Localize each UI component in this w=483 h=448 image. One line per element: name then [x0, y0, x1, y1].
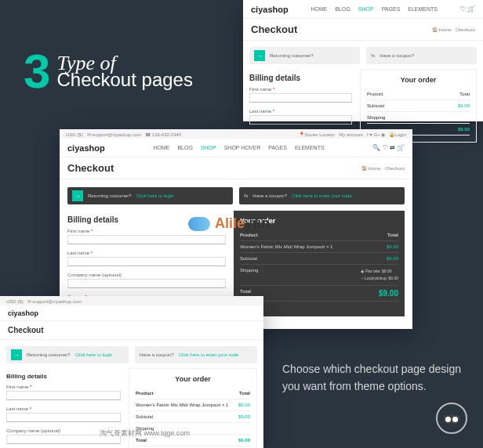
first-name-input[interactable] [249, 93, 352, 103]
first-name-input[interactable] [6, 391, 121, 400]
source-badge: 淘气哥素材网 www.tqge.com [100, 428, 190, 439]
page-title: Checkout [251, 23, 297, 35]
header-icons: ♡ 🛒 [460, 5, 475, 13]
checkout-mockup-3: USD ($) ✉ support@ciyashop.com ciyashop … [0, 296, 263, 448]
first-name-input[interactable] [67, 235, 226, 244]
nav-item[interactable]: BLOG [335, 6, 350, 12]
breadcrumb-row: Checkout 🏠 Home · Checkout [60, 157, 412, 179]
billing-heading: Billing details [249, 74, 352, 82]
order-heading: Your order [367, 76, 470, 84]
last-name-input[interactable] [67, 257, 226, 266]
nav-item[interactable]: HOME [310, 6, 327, 12]
login-icon: → [72, 190, 83, 201]
watermark-text: Alileyun [215, 215, 270, 232]
breadcrumb: 🏠 Home · Checkout [361, 165, 405, 171]
returning-customer-notice[interactable]: →Returning customer? [249, 47, 360, 64]
breadcrumb-row: Checkout 🏠 Home · Checkout [243, 19, 483, 41]
last-name-input[interactable] [249, 115, 352, 125]
hero-number: 3 [24, 47, 50, 96]
returning-customer-notice[interactable]: →Returning customer? Click here to login [6, 346, 129, 363]
nav-bar: ciyashop HOME BLOG SHOP SHOP HOVER PAGES… [60, 139, 412, 157]
coupon-notice[interactable]: Have a coupon? Click here to enter your … [135, 346, 257, 363]
nav-links: HOME BLOG SHOP SHOP HOVER PAGES ELEMENTS [153, 145, 324, 150]
breadcrumb-row: Checkout [0, 321, 263, 340]
order-heading: Your order [136, 375, 250, 383]
nav-item[interactable]: ELEMENTS [408, 6, 438, 12]
mascot-badge [436, 403, 467, 434]
page-title: Checkout [8, 326, 44, 334]
nav-item[interactable]: BLOG [177, 145, 192, 150]
glasses-icon [444, 415, 459, 421]
billing-heading: Billing details [6, 373, 121, 380]
nav-links: HOME BLOG SHOP PAGES ELEMENTS [310, 6, 438, 12]
returning-customer-notice[interactable]: →Returning customer? Click here to login [67, 187, 233, 204]
nav-item[interactable]: ELEMENTS [295, 145, 325, 150]
header-icons: 🔍 ♡ ⇄ 🛒 [372, 144, 405, 151]
last-name-label: Last name * [67, 251, 226, 255]
breadcrumb: 🏠 Home · Checkout [432, 27, 475, 32]
watermark-overlay: Alileyun [188, 215, 270, 232]
last-name-input[interactable] [6, 413, 121, 422]
topbar: USD ($) ✉ support@ciyashop.com [0, 296, 263, 305]
nav-item[interactable]: SHOP HOVER [224, 145, 261, 150]
nav-item[interactable]: PAGES [382, 6, 401, 12]
login-icon: → [254, 50, 265, 61]
nav-bar: ciyashop HOME BLOG SHOP PAGES ELEMENTS ♡… [243, 0, 483, 19]
nav-item[interactable]: SHOP [358, 6, 374, 12]
description-text: Choose which checkout page design you wa… [282, 360, 463, 396]
shipping-options[interactable]: ◉ Flat rate: $0.00○ Local pickup: $0.00 [361, 268, 398, 282]
company-input[interactable] [67, 279, 226, 288]
cloud-icon [188, 217, 210, 231]
logo: ciyashop [67, 143, 105, 153]
logo: ciyashop [8, 309, 38, 317]
nav-bar: ciyashop [0, 305, 263, 321]
nav-item[interactable]: HOME [153, 145, 169, 150]
login-icon: → [11, 349, 22, 360]
nav-item[interactable]: SHOP [201, 145, 216, 150]
coupon-notice[interactable]: % Have a coupon? [366, 47, 477, 64]
company-label: Company name (optional) [67, 273, 226, 277]
topbar: USD ($) ✉ support@ciyashop.com ☎ 126-632… [60, 129, 412, 139]
hero-text-wrap: Type of Checkout pages [56, 52, 192, 91]
coupon-icon: % [371, 53, 375, 58]
coupon-notice[interactable]: % Have a coupon? Click here to enter you… [239, 187, 405, 204]
coupon-icon: % [244, 193, 248, 198]
page-title: Checkout [67, 162, 114, 174]
hero-main-title: Checkout pages [56, 69, 192, 91]
nav-item[interactable]: PAGES [268, 145, 287, 150]
hero-title: 3 Type of Checkout pages [24, 47, 193, 96]
logo: ciyashop [251, 5, 289, 14]
checkout-mockup-1: ciyashop HOME BLOG SHOP PAGES ELEMENTS ♡… [243, 0, 483, 121]
